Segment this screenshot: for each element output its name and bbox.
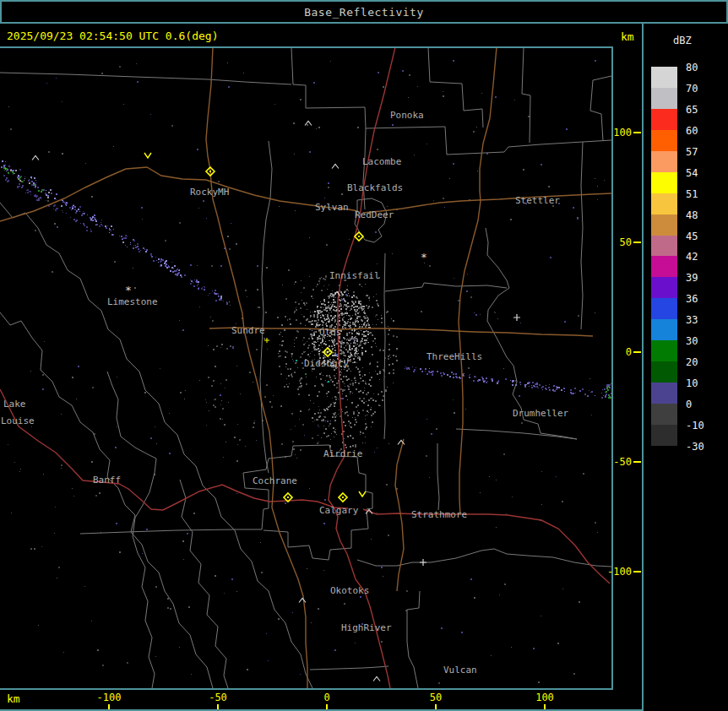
city-label: Stettler	[515, 195, 560, 206]
city-label: Ponoka	[390, 110, 424, 121]
city-label: Sundre	[231, 325, 265, 336]
colorbar-label: -10	[686, 421, 704, 431]
city-label: Cochrane	[253, 475, 297, 486]
x-axis-tick	[108, 704, 110, 709]
city-label: ThreeHills	[426, 351, 482, 362]
city-label: Limestone	[107, 296, 158, 307]
colorbar-label: 39	[686, 273, 698, 283]
colorbar-block	[651, 383, 677, 404]
county-boundary	[180, 480, 228, 688]
city-label: Louise	[1, 415, 35, 426]
colorbar-label: 10	[686, 378, 698, 388]
x-axis-tick	[544, 704, 546, 709]
city-label: RockyMH	[190, 187, 229, 198]
city-label: Didsbury	[304, 358, 349, 369]
x-axis-tick	[326, 704, 328, 709]
radar-app-window: { "window": { "title": "Base_Reflectivit…	[0, 0, 728, 711]
county-boundary	[363, 128, 366, 209]
x-axis-tick-label: 0	[323, 692, 329, 703]
county-boundary	[310, 666, 388, 670]
asterisk-marker: *	[421, 251, 427, 263]
caret-marker	[299, 599, 306, 603]
county-boundary	[0, 73, 291, 84]
county-boundary	[260, 141, 272, 473]
x-axis-tick	[217, 704, 219, 709]
county-boundary	[407, 591, 420, 688]
colorbar-block	[651, 319, 677, 340]
colorbar-label: 0	[686, 399, 692, 410]
colorbar-block	[651, 88, 677, 109]
county-boundary	[357, 549, 611, 567]
y-axis-tick	[633, 571, 641, 573]
city-label: Sylvan	[315, 202, 349, 213]
county-boundary	[384, 253, 385, 439]
map-border-top	[0, 46, 613, 48]
colorbar-block	[651, 130, 677, 151]
vee-marker	[359, 491, 366, 497]
county-boundary	[0, 203, 312, 688]
x-axis-tick-label: 50	[430, 692, 442, 703]
y-axis-unit-label: km	[621, 30, 634, 43]
road-road	[206, 47, 307, 688]
colorbar-block	[651, 298, 677, 319]
colorbar-label: 65	[686, 105, 698, 115]
asterisk-marker: *	[125, 284, 132, 296]
colorbar-label: 48	[686, 210, 698, 220]
county-boundary	[581, 142, 583, 329]
county-boundary	[590, 76, 611, 141]
x-axis-tick-label: -50	[209, 692, 227, 703]
y-axis-tick	[633, 242, 641, 243]
colorbar-label: 42	[686, 252, 698, 262]
marker-layer: **	[32, 122, 520, 681]
x-axis: km -100-50050100	[0, 690, 642, 711]
city-label: RedDeer	[355, 209, 394, 220]
colorbar-panel: dBZ 807065605754514845423936333020100-10…	[642, 24, 728, 711]
colorbar-label: 57	[686, 147, 698, 157]
colorbar-label: 60	[686, 126, 698, 136]
road-road	[363, 193, 611, 213]
colorbar-block	[651, 236, 677, 257]
y-axis-tick	[633, 351, 641, 353]
echo-layer	[0, 60, 615, 684]
caret-marker	[373, 677, 380, 681]
colorbar-label: 45	[686, 231, 698, 242]
county-boundary	[236, 445, 372, 560]
caret-marker	[332, 165, 339, 169]
city-label: Calgary	[319, 505, 359, 516]
y-axis-tick-label: -50	[613, 457, 632, 467]
county-boundary	[428, 47, 483, 128]
x-axis-tick-label: -100	[97, 692, 122, 703]
colorbar-block	[651, 151, 677, 172]
plus-marker	[513, 314, 520, 321]
colorbar-label: 20	[686, 357, 698, 367]
county-boundary	[291, 47, 611, 155]
x-axis-tick-label: 100	[535, 692, 554, 703]
highway-road	[363, 509, 610, 583]
county-boundary	[437, 443, 439, 510]
y-axis-tick-label: 100	[613, 128, 632, 138]
colorbar-block	[651, 404, 677, 425]
colorbar-label: 30	[686, 336, 698, 346]
y-axis-tick-label: 0	[626, 347, 632, 357]
city-label: Airdrie	[323, 448, 362, 459]
scan-timestamp: 2025/09/23 02:54:50 UTC 0.6(deg)	[7, 30, 218, 42]
colorbar-label: 70	[686, 84, 698, 94]
colorbar-label: 51	[686, 189, 698, 199]
road-road	[395, 439, 404, 591]
colorbar-title: dBZ	[673, 35, 692, 46]
city-label: Blackfalds	[347, 182, 403, 193]
county-boundary	[522, 47, 530, 143]
colorbar-block	[651, 277, 677, 298]
city-label: Banff	[93, 475, 121, 486]
plus-marker	[420, 559, 426, 566]
road-road	[209, 328, 593, 336]
caret-marker	[32, 156, 39, 160]
title-bar[interactable]: Base_Reflectivity	[0, 0, 728, 24]
city-label-layer: PonokaLacombeBlackfaldsSylvanRedDeerStet…	[1, 110, 569, 676]
colorbar-block	[651, 214, 677, 236]
county-boundary	[385, 283, 507, 291]
window-title: Base_Reflectivity	[304, 6, 424, 19]
colorbar-label: 36	[686, 294, 698, 304]
colorbar-block	[651, 256, 677, 277]
colorbar-block	[651, 361, 677, 383]
